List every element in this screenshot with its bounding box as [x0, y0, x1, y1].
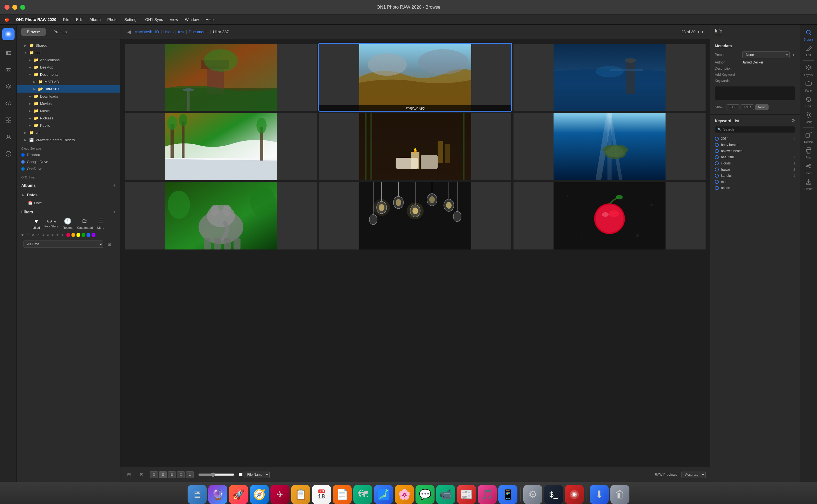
star-4[interactable]: ★	[56, 233, 59, 237]
sidebar-item-music[interactable]: ▶ 📁 Music	[17, 107, 120, 114]
filter-recent[interactable]: 🕐 Recent	[63, 218, 72, 229]
color-blue[interactable]	[86, 233, 90, 237]
dock-messages[interactable]: 💬	[415, 485, 435, 504]
view-compare-btn[interactable]: ⊠	[168, 471, 176, 478]
accurate-select[interactable]: Accurate	[682, 471, 706, 478]
dock-facetime[interactable]: 📹	[436, 485, 455, 504]
dock-calendar[interactable]: OCT18	[312, 485, 331, 504]
photo-cell-5[interactable]	[319, 113, 511, 180]
sidebar-item-desktop[interactable]: ▶ 📁 Desktop	[17, 63, 120, 71]
far-right-pano[interactable]: Pano	[802, 79, 816, 93]
keyword-circle[interactable]	[715, 155, 719, 159]
far-right-browse[interactable]: Browse	[802, 28, 816, 42]
sidebar-item-downloads[interactable]: ▶ 📁 Downloads	[17, 93, 120, 100]
cloud-googledrive[interactable]: Google Drive	[17, 158, 120, 165]
person-icon[interactable]	[2, 131, 15, 143]
view-single-btn[interactable]: ⊟	[150, 471, 158, 478]
keywords-textarea[interactable]	[715, 86, 795, 100]
star-2[interactable]: ★	[46, 233, 50, 237]
cloud-dropbox[interactable]: Dropbox	[17, 151, 120, 158]
album-menu[interactable]: Album	[90, 17, 101, 22]
far-right-hdr[interactable]: HDR	[802, 95, 816, 109]
keyword-circle[interactable]	[715, 143, 719, 147]
cloud-sync-icon[interactable]	[2, 97, 15, 110]
keyword-circle[interactable]	[715, 161, 719, 165]
back-icon[interactable]: ◀	[127, 29, 131, 35]
dock-pages[interactable]: 📄	[333, 485, 352, 504]
sidebar-item-date[interactable]: 📅 Date	[17, 199, 120, 206]
dock-maps3d[interactable]: 🗾	[374, 485, 393, 504]
photo-cell-4[interactable]	[125, 113, 317, 180]
color-yellow[interactable]	[76, 233, 80, 237]
filter-more[interactable]: ☰ More	[97, 218, 104, 229]
dock-music[interactable]: 🎵	[478, 485, 497, 504]
dock-photos[interactable]: 🌸	[395, 485, 414, 504]
far-right-export[interactable]: Export	[802, 177, 816, 191]
photo-cell-7[interactable]	[125, 182, 317, 249]
filter-five-stars[interactable]: ★★★ Five Stars	[44, 219, 58, 228]
view-menu[interactable]: View	[170, 17, 178, 22]
dock-finder[interactable]: 🖥	[187, 485, 207, 504]
filter-liked[interactable]: ♥ Liked	[32, 218, 40, 229]
breadcrumb-hd[interactable]: Macintosh HD	[134, 30, 159, 34]
filename-checkbox[interactable]	[239, 473, 243, 476]
sidebar-item-pictures[interactable]: ▶ 📁 Pictures	[17, 114, 120, 122]
keyword-search-input[interactable]	[723, 128, 793, 131]
info-tab-label[interactable]: Info	[715, 29, 722, 35]
far-right-resize[interactable]: Resize	[802, 130, 816, 144]
breadcrumb-documents[interactable]: Documents	[189, 30, 209, 34]
sidebar-item-shared[interactable]: ▶ 📁 Shared	[17, 42, 120, 49]
on1sync-menu[interactable]: ON1 Sync	[145, 17, 163, 22]
dock-launchpad[interactable]: 🚀	[229, 485, 248, 504]
app-menu[interactable]: ON1 Photo RAW 2020	[16, 17, 56, 22]
sidebar-item-vmware[interactable]: ▶ 💾 VMware Shared Folders	[17, 136, 120, 143]
keyword-circle[interactable]	[715, 137, 719, 141]
help-menu[interactable]: Help	[206, 17, 214, 22]
color-green[interactable]	[81, 233, 85, 237]
far-right-share[interactable]: Share	[802, 162, 816, 176]
dock-trash[interactable]: 🗑	[610, 485, 630, 504]
keyword-circle[interactable]	[715, 174, 719, 178]
zoom-slider[interactable]	[198, 472, 234, 477]
keyword-circle[interactable]	[715, 149, 719, 153]
iptc-tab-btn[interactable]: IPTC	[741, 104, 754, 110]
photo-cell-3[interactable]	[513, 44, 706, 111]
filter-catalogued[interactable]: 🗂 Catalogued	[77, 218, 93, 229]
sidebar-item-ultra387[interactable]: ▶ 📂 Ultra 387	[17, 85, 120, 93]
color-red[interactable]	[66, 233, 70, 237]
settings-menu[interactable]: Settings	[124, 17, 138, 22]
edit-menu[interactable]: Edit	[76, 17, 83, 22]
grid-view-btn[interactable]: ⊞	[105, 241, 113, 248]
view-map-btn[interactable]: ⊘	[186, 471, 194, 478]
color-orange[interactable]	[71, 233, 75, 237]
exif-tab-btn[interactable]: EXIF	[727, 104, 740, 110]
view-grid-btn[interactable]: ⊞	[159, 471, 167, 478]
far-right-edit[interactable]: Edit	[802, 44, 816, 58]
filters-reset-icon[interactable]: ↺	[112, 210, 116, 214]
far-right-focus[interactable]: Focus	[802, 110, 816, 124]
sidebar-item-applications[interactable]: ▶ 📁 Applications	[17, 56, 120, 63]
heart-filled-icon[interactable]: ♥	[21, 233, 23, 237]
layers-icon-left[interactable]	[2, 81, 15, 93]
sidebar-item-documents[interactable]: ▼ 📁 Documents	[17, 71, 120, 78]
apple-menu[interactable]: 🍎	[4, 17, 9, 22]
star-5[interactable]: ★	[60, 233, 64, 237]
sidebar-item-vm[interactable]: ▶ 📁 vm	[17, 129, 120, 136]
breadcrumb-users[interactable]: Users	[163, 30, 174, 34]
dock-klokki[interactable]: ✈	[271, 485, 290, 504]
sidebar-item-movies[interactable]: ▶ 📁 Movies	[17, 100, 120, 107]
dock-maps[interactable]: 🗺	[353, 485, 372, 504]
none-tab-btn[interactable]: None	[755, 104, 769, 110]
time-filter-select[interactable]: All Time	[23, 241, 103, 248]
keyword-circle[interactable]	[715, 168, 719, 171]
window-menu[interactable]: Window	[185, 17, 199, 22]
grid-icon[interactable]	[2, 114, 15, 126]
keyword-circle[interactable]	[715, 186, 719, 190]
star-1[interactable]: ★	[41, 233, 45, 237]
panels-toggle-btn[interactable]: ⊟	[125, 471, 133, 478]
albums-header[interactable]: Albums +	[17, 180, 120, 190]
dock-siri[interactable]: 🔮	[208, 485, 227, 504]
sidebar-item-public[interactable]: ▶ 📁 Public	[17, 122, 120, 129]
file-menu[interactable]: File	[63, 17, 69, 22]
sidebar-item-matlab[interactable]: ▶ 📁 MATLAB	[17, 78, 120, 85]
